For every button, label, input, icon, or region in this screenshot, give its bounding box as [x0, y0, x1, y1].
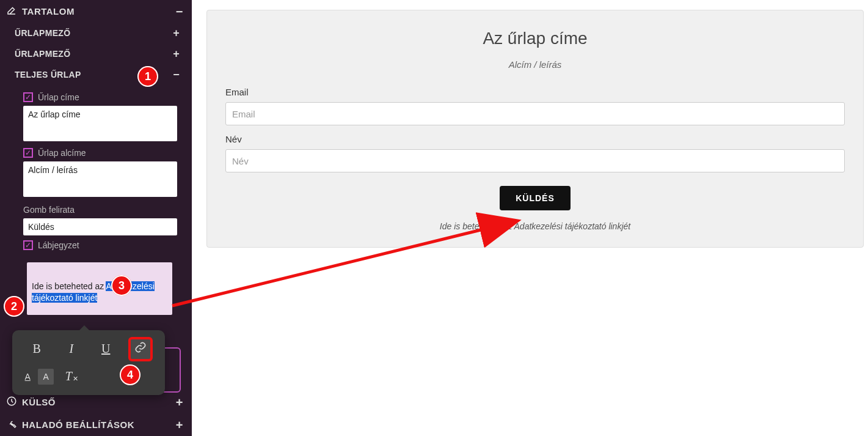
footnote-text-prefix: Ide is beteheted az	[32, 281, 106, 291]
bold-button[interactable]: B	[26, 338, 48, 360]
section-label: HALADÓ BEÁLLÍTÁSOK	[22, 419, 134, 430]
annotation-badge-2: 2	[4, 296, 24, 317]
link-button[interactable]	[129, 338, 151, 360]
name-input[interactable]	[225, 149, 845, 172]
subitem-label: ŰRLAPMEZŐ	[15, 28, 70, 38]
form-preview-card: Az űrlap címe Alcím / leírás Email Név K…	[206, 10, 864, 248]
form-subtitle-input[interactable]	[23, 161, 177, 197]
richtext-toolbar: B I U A A T✕	[12, 330, 165, 395]
form-title: Az űrlap címe	[225, 29, 845, 48]
footnote-richtext-editor[interactable]: Ide is beteheted az Adatkezelési tájékoz…	[27, 262, 172, 315]
collapse-icon: −	[176, 6, 183, 18]
submit-label-input[interactable]	[23, 218, 177, 235]
form-footnote: Ide is beteheted az Adatkezelési tájékoz…	[225, 221, 845, 231]
title-checkbox-row[interactable]: ✓ Űrlap címe	[23, 92, 175, 102]
form-subtitle: Alcím / leírás	[225, 59, 845, 70]
expand-icon: +	[176, 419, 183, 431]
subitem-fullform[interactable]: TELJES ŰRLAP −	[0, 64, 192, 85]
clear-format-button[interactable]: T✕	[60, 366, 82, 388]
annotation-badge-1: 1	[137, 66, 158, 87]
section-external[interactable]: KÜLSŐ +	[0, 391, 192, 413]
link-icon	[134, 341, 147, 357]
wrench-icon	[6, 418, 17, 431]
annotation-badge-4: 4	[120, 364, 140, 385]
clock-icon	[6, 396, 17, 408]
textcolor-button[interactable]: A	[20, 369, 35, 385]
preview-canvas: Az űrlap címe Alcím / leírás Email Név K…	[192, 0, 868, 436]
checkbox-checked-icon[interactable]: ✓	[23, 240, 33, 250]
collapse-icon: −	[173, 69, 180, 80]
section-label: KÜLSŐ	[22, 397, 56, 407]
checkbox-checked-icon[interactable]: ✓	[23, 92, 33, 102]
checkbox-label: Űrlap alcíme	[38, 148, 86, 158]
italic-button[interactable]: I	[60, 338, 82, 360]
editor-sidebar: TARTALOM − ŰRLAPMEZŐ + ŰRLAPMEZŐ + TELJE…	[0, 0, 192, 436]
subitem-label: TELJES ŰRLAP	[15, 70, 81, 79]
full-form-panel: ✓ Űrlap címe ✓ Űrlap alcíme Gomb felirat…	[0, 85, 192, 319]
footnote-checkbox-row[interactable]: ✓ Lábjegyzet	[23, 240, 175, 250]
expand-icon: +	[173, 48, 180, 59]
field-label-name: Név	[225, 134, 845, 144]
expand-icon: +	[173, 28, 180, 39]
section-content[interactable]: TARTALOM −	[0, 0, 192, 23]
subitem-formfield-0[interactable]: ŰRLAPMEZŐ +	[0, 23, 192, 43]
checkbox-checked-icon[interactable]: ✓	[23, 148, 33, 158]
section-advanced[interactable]: HALADÓ BEÁLLÍTÁSOK +	[0, 413, 192, 436]
underline-button[interactable]: U	[95, 338, 117, 360]
checkbox-label: Lábjegyzet	[38, 240, 79, 250]
form-title-input[interactable]	[23, 106, 177, 141]
checkbox-label: Űrlap címe	[38, 92, 79, 102]
email-input[interactable]	[225, 102, 845, 125]
subitem-formfield-1[interactable]: ŰRLAPMEZŐ +	[0, 43, 192, 64]
button-label-caption: Gomb felirata	[23, 205, 175, 215]
field-label-email: Email	[225, 87, 845, 97]
section-label: TARTALOM	[22, 6, 75, 17]
expand-icon: +	[176, 396, 183, 408]
subitem-label: ŰRLAPMEZŐ	[15, 49, 70, 59]
annotation-badge-3: 3	[111, 275, 132, 296]
edit-icon	[6, 5, 17, 18]
app-root: TARTALOM − ŰRLAPMEZŐ + ŰRLAPMEZŐ + TELJE…	[0, 0, 868, 436]
submit-button[interactable]: KÜLDÉS	[500, 186, 571, 210]
bgcolor-button[interactable]: A	[38, 369, 54, 385]
subtitle-checkbox-row[interactable]: ✓ Űrlap alcíme	[23, 148, 175, 158]
